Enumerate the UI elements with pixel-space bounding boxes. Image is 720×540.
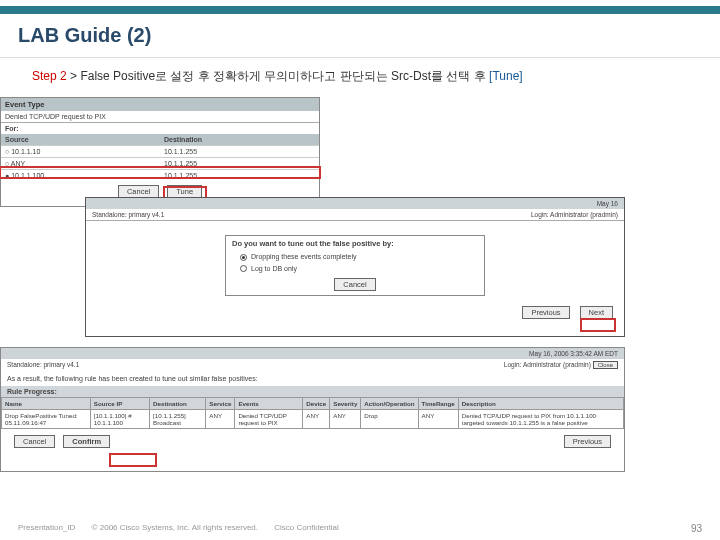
presentation-id: Presentation_ID	[18, 523, 75, 532]
destination-header: Destination	[160, 134, 319, 145]
option-drop[interactable]: Dropping these events completely	[226, 251, 484, 263]
radio-icon	[240, 254, 247, 261]
table-row: Drop FalsePositive Tuned: 05.11.09:16:47…	[2, 410, 624, 429]
cancel-button[interactable]: Cancel	[334, 278, 375, 291]
confirm-button[interactable]: Confirm	[63, 435, 110, 448]
highlight-box	[0, 166, 321, 179]
page-number: 93	[691, 523, 702, 534]
close-button[interactable]: Close	[593, 361, 618, 369]
previous-button[interactable]: Previous	[564, 435, 611, 448]
result-text: As a result, the following rule has been…	[1, 371, 624, 386]
confidential-label: Cisco Confidential	[274, 523, 338, 532]
standalone-label: Standalone: primary v4.1	[7, 361, 79, 369]
copyright: © 2006 Cisco Systems, Inc. All rights re…	[92, 523, 258, 532]
step-label: Step 2	[32, 69, 67, 83]
dialog-question: Do you want to tune out the false positi…	[226, 236, 484, 251]
option-log-db[interactable]: Log to DB only	[226, 263, 484, 275]
result-panel: May 16, 2006 3:35:42 AM EDT Standalone: …	[0, 347, 625, 472]
radio-icon	[240, 265, 247, 272]
tune-dialog-panel: May 16 Standalone: primary v4.1 Login: A…	[85, 197, 625, 337]
date-label: May 16, 2006 3:35:42 AM EDT	[529, 350, 618, 357]
event-type-header: Event Type	[1, 98, 319, 111]
tune-dialog: Do you want to tune out the false positi…	[225, 235, 485, 296]
highlight-box	[580, 318, 616, 332]
src-dst-row[interactable]: ○ 10.1.1.10 10.1.1.255	[1, 145, 319, 157]
tune-label: [Tune]	[489, 69, 523, 83]
rule-table: Name Source IP Destination Service Event…	[1, 397, 624, 429]
rule-progress-label: Rule Progress:	[1, 386, 624, 397]
standalone-label: Standalone: primary v4.1	[92, 211, 164, 218]
brand-bar	[0, 6, 720, 14]
for-label: For:	[1, 123, 319, 134]
source-header: Source	[1, 134, 160, 145]
previous-button[interactable]: Previous	[522, 306, 569, 319]
cancel-button[interactable]: Cancel	[14, 435, 55, 448]
login-label: Login: Administrator (pradmin)	[504, 361, 591, 368]
instruction-line: Step 2 > False Positive로 설정 후 정확하게 무의미하다…	[0, 58, 720, 97]
event-type-value: Denied TCP/UDP request to PIX	[1, 111, 319, 123]
event-type-panel: Event Type Denied TCP/UDP request to PIX…	[0, 97, 320, 207]
date-label: May 16	[597, 200, 618, 207]
login-label: Login: Administrator (pradmin)	[531, 211, 618, 218]
slide-footer: Presentation_ID © 2006 Cisco Systems, In…	[0, 523, 720, 534]
highlight-box	[109, 453, 157, 467]
slide-title: LAB Guide (2)	[0, 18, 720, 58]
